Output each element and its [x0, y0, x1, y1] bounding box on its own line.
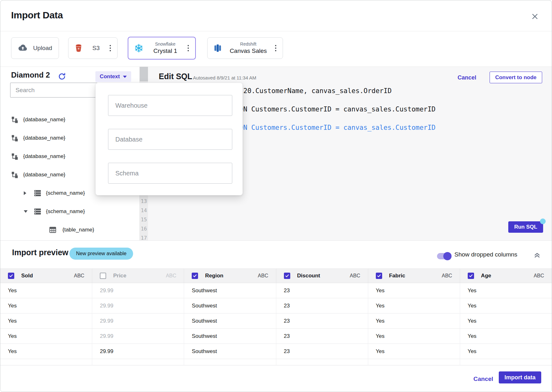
column-header-fabric: FabricABC — [368, 269, 460, 283]
table-cell: Yes — [460, 298, 552, 313]
line-number: 13 — [140, 197, 148, 206]
column-checkbox-checked[interactable] — [8, 273, 14, 279]
line-number: 15 — [140, 215, 148, 224]
refresh-button[interactable] — [58, 72, 66, 81]
schema-input[interactable] — [108, 163, 232, 184]
check-icon — [469, 274, 473, 278]
table-cell: 23 — [276, 344, 368, 359]
column-header-region: RegionABC — [184, 269, 276, 283]
column-name: Region — [205, 273, 251, 279]
table-row: Yes29.99Southwest23YesYes — [0, 344, 552, 359]
column-checkbox-checked[interactable] — [468, 273, 474, 279]
notification-dot — [540, 218, 546, 224]
table-cell — [92, 359, 184, 365]
refresh-icon — [58, 72, 66, 81]
table-cell: Yes — [0, 344, 92, 359]
table-cell: 29.99 — [92, 283, 184, 298]
column-checkbox-checked[interactable] — [284, 273, 290, 279]
table-cell: Yes — [368, 313, 460, 328]
redshift-connection-button[interactable]: Redshift Canvas Sales — [207, 37, 283, 59]
context-dropdown-button[interactable]: Context — [95, 71, 131, 82]
upload-button[interactable]: Upload — [11, 37, 59, 59]
import-preview-section: Import preview New preview available Sho… — [0, 240, 552, 365]
dialog-footer: Cancel Import data — [0, 365, 552, 392]
column-checkbox-checked[interactable] — [376, 273, 382, 279]
snowflake-name-label: Crystal 1 — [153, 47, 177, 55]
table-cell: 23 — [276, 313, 368, 328]
table-cell: Yes — [460, 329, 552, 344]
tree-item-label: {schema_name} — [46, 190, 85, 196]
warehouse-input[interactable] — [108, 95, 232, 116]
tree-item-label: {database_name} — [23, 117, 65, 123]
table-cell — [0, 359, 92, 365]
table-cell — [460, 359, 552, 365]
column-type-label: ABC — [350, 273, 360, 279]
preview-table: SoldABCPriceABCRegionABCDiscountABCFabri… — [0, 269, 552, 365]
double-chevron-up-icon — [533, 250, 542, 259]
table-cell: Yes — [460, 313, 552, 328]
sql-code-line: ON Customers.CustomerID = canvas_sales.C… — [239, 105, 436, 114]
table-cell: Yes — [0, 313, 92, 328]
table-cell — [184, 359, 276, 365]
table-cell: Southwest — [184, 329, 276, 344]
snowflake-connection-button[interactable]: Snowflake Crystal 1 — [128, 37, 196, 60]
table-cell: Yes — [460, 344, 552, 359]
column-type-label: ABC — [166, 273, 176, 279]
table-cell: 23 — [276, 329, 368, 344]
table-cell — [276, 359, 368, 365]
table-cell: 29.99 — [92, 313, 184, 328]
s3-connection-button[interactable]: S3 — [68, 37, 118, 59]
s3-more-options-button[interactable] — [109, 44, 112, 53]
database-input[interactable] — [108, 129, 232, 150]
column-name: Discount — [297, 273, 343, 279]
import-data-button[interactable]: Import data — [499, 371, 541, 383]
table-row-partial — [0, 359, 552, 365]
table-cell: Yes — [0, 329, 92, 344]
redshift-more-options-button[interactable] — [274, 44, 277, 53]
table-row: Yes29.99Southwest23YesYes — [0, 298, 552, 313]
cancel-button[interactable]: Cancel — [473, 376, 493, 383]
cloud-upload-icon — [18, 43, 28, 53]
editor-cancel-button[interactable]: Cancel — [458, 74, 476, 81]
caret-collapsed-icon[interactable] — [24, 191, 26, 195]
column-header-age: AgeABC — [460, 269, 552, 283]
table-icon — [49, 226, 56, 234]
collapse-preview-button[interactable] — [533, 250, 542, 259]
column-name: Fabric — [389, 273, 435, 279]
column-header-sold: SoldABC — [0, 269, 92, 283]
show-dropped-columns-toggle[interactable] — [437, 253, 451, 259]
close-button[interactable] — [530, 12, 540, 21]
s3-icon — [74, 44, 83, 53]
new-preview-badge: New preview available — [69, 248, 133, 260]
check-icon — [377, 274, 381, 278]
run-sql-button[interactable]: Run SQL — [508, 221, 543, 233]
table-cell: Yes — [368, 283, 460, 298]
caret-expanded-icon[interactable] — [24, 210, 28, 213]
editor-title: Edit SQL — [159, 72, 192, 81]
scrollbar-thumb[interactable] — [140, 67, 148, 81]
table-cell: Yes — [368, 298, 460, 313]
column-type-label: ABC — [534, 273, 544, 279]
column-header-discount: DiscountABC — [276, 269, 368, 283]
s3-label: S3 — [88, 45, 104, 52]
check-icon — [285, 274, 289, 278]
table-cell: Yes — [0, 298, 92, 313]
tree-item-table[interactable]: {table_name} — [0, 221, 139, 239]
column-type-label: ABC — [74, 273, 84, 279]
toggle-label: Show dropped columns — [454, 251, 517, 258]
redshift-icon — [213, 44, 222, 53]
column-checkbox-unchecked[interactable] — [100, 273, 106, 279]
snowflake-more-options-button[interactable] — [187, 44, 189, 53]
line-number: 16 — [140, 224, 148, 233]
column-checkbox-checked[interactable] — [192, 273, 198, 279]
sql-code-line: 20.CustomerName, canvas_sales.OrderID — [243, 86, 392, 96]
convert-to-node-button[interactable]: Convert to node — [490, 72, 542, 83]
connection-title: Diamond 2 — [11, 71, 50, 79]
table-cell: Southwest — [184, 344, 276, 359]
table-cell: Yes — [368, 344, 460, 359]
table-row: Yes29.99Southwest23YesYes — [0, 313, 552, 329]
table-row: Yes29.99Southwest23YesYes — [0, 283, 552, 298]
schema-icon — [34, 208, 41, 215]
preview-title: Import preview — [12, 248, 68, 257]
tree-item-schema[interactable]: {schema_name} — [0, 202, 139, 221]
